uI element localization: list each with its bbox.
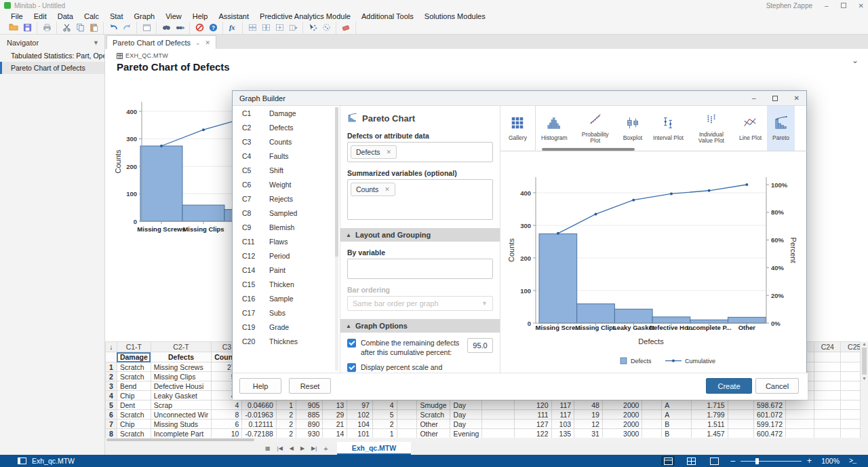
cell[interactable]: Defective Housi [151, 381, 212, 391]
cell[interactable]: Day [450, 410, 482, 419]
cell[interactable] [642, 429, 662, 438]
prev-sheet-icon[interactable]: ◀ [286, 445, 297, 451]
column-item-c11[interactable]: C11Flaws [233, 234, 340, 248]
menu-item-graph[interactable]: Graph [129, 12, 161, 20]
column-item-c19[interactable]: C19Grade [233, 320, 340, 334]
cell[interactable]: 885 [296, 410, 323, 419]
command-line-icon[interactable]: >_ [849, 457, 856, 465]
cell[interactable]: Day [450, 419, 482, 429]
find-icon[interactable] [159, 22, 173, 34]
cell[interactable]: 890 [296, 419, 323, 429]
cell[interactable] [814, 400, 841, 410]
cell[interactable]: 10 [212, 429, 242, 438]
cell[interactable] [397, 410, 417, 419]
cell[interactable] [728, 419, 753, 429]
cell[interactable]: Missing Studs [151, 419, 212, 429]
cell[interactable] [785, 429, 814, 438]
cell[interactable]: 1.799 [691, 410, 728, 419]
column-name-header-damage[interactable]: Damage [117, 352, 151, 362]
column-item-c20[interactable]: C20Thicknes [233, 334, 340, 348]
menu-item-data[interactable]: Data [52, 12, 79, 20]
cell[interactable]: 4 [372, 400, 397, 410]
gallery-item-pareto[interactable]: Pareto [767, 106, 795, 151]
row-number[interactable]: 8 [106, 429, 117, 438]
cell[interactable]: 3000 [602, 429, 642, 438]
cell[interactable] [642, 419, 662, 429]
tab-chevron-down-icon[interactable]: ⌄ [195, 39, 201, 46]
cell[interactable]: 1.511 [691, 419, 728, 429]
erase-annotations-icon[interactable] [339, 22, 353, 34]
cell[interactable] [814, 362, 841, 372]
formula-icon[interactable]: fx [226, 22, 239, 34]
cell[interactable]: B [662, 419, 691, 429]
cut-icon[interactable] [60, 22, 73, 34]
cell[interactable]: 29 [323, 410, 347, 419]
cell[interactable]: Missing Clips [151, 372, 212, 381]
row-number[interactable]: 1 [106, 362, 117, 372]
worksheet-tab-exh-qc[interactable]: Exh_qc.MTW [337, 442, 411, 455]
gallery-item-histogram[interactable]: Histogram [536, 106, 573, 151]
cell[interactable]: 2 [276, 419, 296, 429]
cell[interactable]: 117 [551, 400, 574, 410]
cell[interactable] [642, 410, 662, 419]
row-number[interactable]: 2 [106, 372, 117, 381]
last-sheet-icon[interactable]: ▶| [308, 445, 320, 451]
sheet-list-icon[interactable]: ▦ [262, 445, 274, 451]
cell[interactable]: 598.672 [754, 400, 786, 410]
row-number[interactable]: 7 [106, 419, 117, 429]
cell[interactable]: 120 [515, 400, 551, 410]
cell[interactable] [482, 400, 515, 410]
menu-item-solutions-modules[interactable]: Solutions Modules [419, 12, 491, 20]
defects-field[interactable]: Defects✕ [347, 142, 493, 162]
cell[interactable]: 117 [551, 410, 574, 419]
cell[interactable]: 111 [515, 410, 551, 419]
cell[interactable]: 103 [551, 419, 574, 429]
cell[interactable]: Leaky Gasket [151, 391, 212, 400]
lasso-icon[interactable] [319, 22, 333, 34]
cell[interactable]: 2 [276, 410, 296, 419]
column-item-c16[interactable]: C16Sample [233, 291, 340, 305]
cell[interactable]: -0.01963 [242, 410, 276, 419]
chevron-down-icon[interactable]: ▼ [93, 39, 99, 46]
cell[interactable]: A [662, 410, 691, 419]
cell[interactable]: 600.472 [754, 429, 786, 438]
column-header-c2-t[interactable]: C2-T [151, 342, 212, 352]
worksheet-vertical-scrollbar[interactable]: ▲▼ [860, 341, 868, 438]
cell[interactable]: 601.072 [754, 410, 786, 419]
cell[interactable]: 13 [323, 400, 347, 410]
gallery-item-interval-plot[interactable]: Interval Plot [648, 106, 689, 151]
navigator-header[interactable]: Navigator ▼ [0, 35, 104, 50]
cell[interactable]: Other [417, 419, 450, 429]
find-next-icon[interactable] [173, 22, 186, 34]
cell[interactable] [397, 419, 417, 429]
zoom-slider[interactable]: – + [730, 456, 812, 466]
insert-columns-icon[interactable] [259, 22, 273, 34]
column-item-c15[interactable]: C15Thicken [233, 277, 340, 291]
cell[interactable]: Smudge [417, 400, 450, 410]
cell[interactable]: 0.04660 [242, 400, 276, 410]
cell[interactable]: 2 [276, 429, 296, 438]
cell[interactable]: B [662, 429, 691, 438]
close-icon[interactable]: ✕ [859, 2, 864, 10]
menu-item-assistant[interactable]: Assistant [213, 12, 254, 20]
reset-button[interactable]: Reset [289, 378, 331, 394]
undo-icon[interactable] [106, 22, 120, 34]
restore-icon[interactable] [841, 3, 846, 8]
percent-scale-checkbox[interactable] [347, 363, 356, 372]
cell[interactable]: 2000 [602, 419, 642, 429]
cell[interactable]: 1.457 [691, 429, 728, 438]
cell[interactable]: 19 [574, 410, 603, 419]
cell[interactable]: 8 [212, 410, 242, 419]
cell[interactable]: 1.715 [691, 400, 728, 410]
summarized-field[interactable]: Counts✕ [347, 179, 493, 220]
navigator-item-tabulated-statistics-part-operator[interactable]: Tabulated Statistics: Part, Operator [0, 50, 104, 62]
cell[interactable] [814, 391, 841, 400]
menu-item-help[interactable]: Help [187, 12, 214, 20]
output-options-chevron-icon[interactable]: ⌄ [852, 56, 859, 65]
column-item-c2[interactable]: C2Defects [233, 120, 340, 134]
cell[interactable]: Scratch [417, 410, 450, 419]
zoom-slider-thumb[interactable] [755, 458, 759, 464]
help-button[interactable]: Help [239, 378, 281, 394]
move-columns-icon[interactable] [286, 22, 300, 34]
cell[interactable] [785, 419, 814, 429]
